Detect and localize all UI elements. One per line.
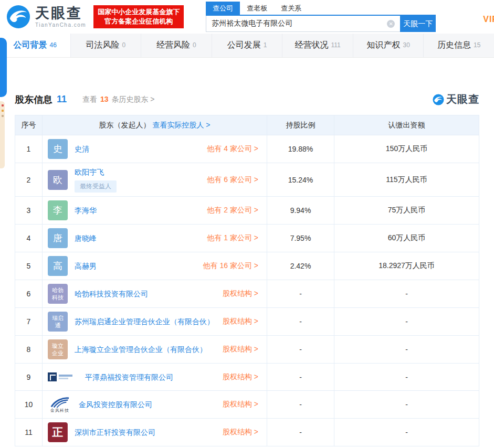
table-row: 1史史清他有 4 家公司 >19.88%150万人民币 xyxy=(15,135,479,163)
nav-tab-label: 知识产权 xyxy=(367,40,401,51)
shareholder-name-link[interactable]: 史清 xyxy=(75,144,89,154)
ratio-value: 19.88% xyxy=(267,135,334,163)
dingfu-logo[interactable] xyxy=(48,371,78,383)
brand-domain: TianYanCha.com xyxy=(35,23,86,28)
shareholder-name-link[interactable]: 深圳市正轩投资有限公司 xyxy=(75,427,155,438)
page: 天眼查 TianYanCha.com 国家中小企业发展基金旗下 官方备案企业征信… xyxy=(0,0,494,448)
shareholder-name-link[interactable]: 李海华 xyxy=(75,205,97,216)
ratio-value: 7.95% xyxy=(267,225,334,252)
capital-value: - xyxy=(334,308,479,336)
nav-tab-1[interactable]: 公司背景46 xyxy=(0,34,70,57)
ratio-value: - xyxy=(267,419,334,446)
shareholder-main: 上海璇立企业管理合伙企业（有限合伙） xyxy=(75,344,207,355)
header-ratio: 持股比例 xyxy=(267,115,334,135)
table-row: 6哈勃科技哈勃科技投资有限公司股权结构 >-- xyxy=(15,280,479,308)
search-tab-3[interactable]: 查关系 xyxy=(274,2,308,15)
shareholder-name-link[interactable]: 唐晓峰 xyxy=(75,233,97,243)
shareholder-main: 欧阳宇飞最终受益人 xyxy=(75,167,117,193)
nav-tab-count: 0 xyxy=(193,41,196,49)
goldwind-logo[interactable]: 金风科技 xyxy=(48,394,72,414)
related-companies-link[interactable]: 他有 16 家公司 > xyxy=(198,261,258,271)
zhengxuan-logo[interactable]: 正 xyxy=(48,422,68,442)
shareholder-cell-inner: 史史清他有 4 家公司 > xyxy=(48,139,258,159)
shareholder-name-link[interactable]: 金风投资控股有限公司 xyxy=(79,399,152,410)
related-companies-link[interactable]: 股权结构 > xyxy=(217,428,258,437)
related-companies-link[interactable]: 股权结构 > xyxy=(217,345,258,354)
table-row: 3李李海华他有 2 家公司 >9.94%75万人民币 xyxy=(15,197,479,225)
ratio-value: 9.94% xyxy=(267,197,334,225)
search-input[interactable] xyxy=(206,16,400,32)
shareholder-name-link[interactable]: 高赫男 xyxy=(75,261,97,271)
related-companies-link[interactable]: 股权结构 > xyxy=(217,317,258,326)
shareholder-name-link[interactable]: 哈勃科技投资有限公司 xyxy=(75,289,148,299)
side-ad-dot xyxy=(2,115,4,117)
history-suffix: 条历史股东 > xyxy=(111,95,154,103)
related-companies-link[interactable]: 股权结构 > xyxy=(217,372,258,382)
shareholders-tbody: 1史史清他有 4 家公司 >19.88%150万人民币2欧欧阳宇飞最终受益人他有… xyxy=(15,135,479,446)
row-index: 6 xyxy=(15,280,43,308)
capital-value: - xyxy=(334,391,479,419)
nav-tab-6[interactable]: 知识产权30 xyxy=(353,34,424,57)
history-prefix: 查看 xyxy=(82,95,97,103)
company-avatar[interactable]: 哈勃科技 xyxy=(48,284,68,304)
vip-link[interactable]: VIP xyxy=(483,15,494,24)
table-header-row: 序号 股东（发起人） 查看实际控股人 > 持股比例 认缴出资额 xyxy=(15,115,479,135)
table-row: 11正深圳市正轩投资有限公司股权结构 >-- xyxy=(15,419,479,446)
shareholder-avatar[interactable]: 唐 xyxy=(48,228,68,248)
company-avatar[interactable]: 璇立企业 xyxy=(48,339,68,359)
ultimate-beneficiary-badge[interactable]: 最终受益人 xyxy=(75,180,117,193)
shareholder-main: 苏州瑞启通企业管理合伙企业（有限合伙） xyxy=(75,316,214,327)
dingfu-logo-text-icon xyxy=(59,375,72,379)
shareholder-avatar[interactable]: 欧 xyxy=(48,170,68,190)
shareholder-name-link[interactable]: 上海璇立企业管理合伙企业（有限合伙） xyxy=(75,344,207,355)
nav-tab-2[interactable]: 司法风险0 xyxy=(70,34,141,57)
gov-badge-line2: 官方备案企业征信机构 xyxy=(98,17,180,26)
header-index: 序号 xyxy=(15,115,43,135)
ratio-value: - xyxy=(267,280,334,308)
related-companies-link[interactable]: 股权结构 > xyxy=(217,400,258,409)
search-tab-2[interactable]: 查老板 xyxy=(240,2,274,15)
related-companies-link[interactable]: 他有 6 家公司 > xyxy=(202,175,258,185)
shareholder-cell-inner: 唐唐晓峰他有 1 家公司 > xyxy=(48,228,258,248)
nav-tab-7[interactable]: 历史信息15 xyxy=(423,34,494,57)
capital-value: 75万人民币 xyxy=(334,197,479,225)
shareholder-cell: 璇立企业上海璇立企业管理合伙企业（有限合伙）股权结构 > xyxy=(43,336,267,364)
side-ad-banner[interactable] xyxy=(0,101,5,168)
shareholder-name-link[interactable]: 平潭鼎福投资管理有限公司 xyxy=(85,372,173,382)
nav-tab-3[interactable]: 经营风险0 xyxy=(141,34,212,57)
row-index: 3 xyxy=(15,197,43,225)
nav-tab-label: 经营状况 xyxy=(295,40,328,51)
shareholder-avatar[interactable]: 李 xyxy=(48,200,68,220)
shareholders-section-header: 股东信息 11 查看 13 条历史股东 > 天眼查 xyxy=(15,92,479,106)
ratio-value: - xyxy=(267,364,334,391)
search-tab-1[interactable]: 查公司 xyxy=(206,2,240,15)
history-shareholders-link[interactable]: 查看 13 条历史股东 > xyxy=(82,95,154,104)
shareholder-cell: 唐唐晓峰他有 1 家公司 > xyxy=(43,225,267,252)
search-button[interactable]: 天眼一下 xyxy=(400,16,436,32)
shareholder-avatar[interactable]: 史 xyxy=(48,139,68,159)
row-index: 1 xyxy=(15,135,43,163)
shareholder-avatar[interactable]: 高 xyxy=(48,256,68,276)
shareholder-main: 唐晓峰 xyxy=(75,233,97,243)
shareholder-cell-inner: 平潭鼎福投资管理有限公司股权结构 > xyxy=(48,371,258,383)
nav-tab-4[interactable]: 公司发展1 xyxy=(212,34,282,57)
shareholder-main: 金风投资控股有限公司 xyxy=(79,399,152,410)
watermark-eye-icon xyxy=(433,94,444,105)
company-avatar[interactable]: 瑞启通 xyxy=(48,312,68,332)
row-index: 9 xyxy=(15,364,43,391)
shareholder-name-link[interactable]: 苏州瑞启通企业管理合伙企业（有限合伙） xyxy=(75,316,214,327)
shareholder-name-link[interactable]: 欧阳宇飞 xyxy=(75,167,104,177)
actual-controller-link[interactable]: 查看实际控股人 > xyxy=(152,121,210,129)
header-shareholder-label: 股东（发起人） xyxy=(99,121,151,129)
tianyancha-logo[interactable]: 天眼查 TianYanCha.com xyxy=(6,5,86,29)
capital-value: 18.2927万人民币 xyxy=(334,252,479,280)
shareholder-cell-inner: 高高赫男他有 16 家公司 > xyxy=(48,256,258,276)
related-companies-link[interactable]: 股权结构 > xyxy=(217,289,258,298)
related-companies-link[interactable]: 他有 4 家公司 > xyxy=(202,144,258,154)
nav-tab-count: 15 xyxy=(474,41,480,49)
nav-tab-count: 1 xyxy=(264,41,267,49)
nav-tab-5[interactable]: 经营状况111 xyxy=(282,34,353,57)
related-companies-link[interactable]: 他有 2 家公司 > xyxy=(202,206,258,215)
side-drawer-handle[interactable] xyxy=(0,38,7,97)
related-companies-link[interactable]: 他有 1 家公司 > xyxy=(202,233,258,243)
